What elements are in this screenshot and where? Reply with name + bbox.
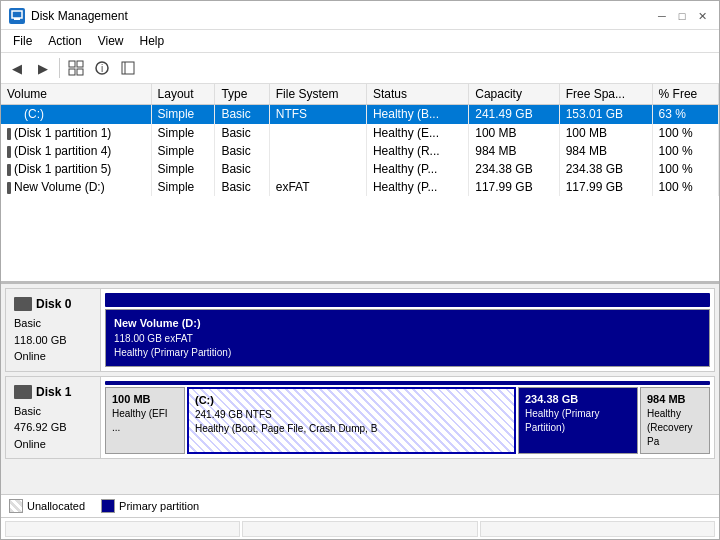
cell-filesystem	[269, 160, 366, 178]
table-row[interactable]: (C:) Simple Basic NTFS Healthy (B... 241…	[1, 105, 719, 124]
part-detail2: Healthy (Boot, Page File, Crash Dump, B	[195, 422, 508, 436]
window-controls: ─ □ ✕	[653, 7, 711, 25]
legend-unallocated-box	[9, 499, 23, 513]
part-name: 234.38 GB	[525, 392, 631, 407]
help-button[interactable]	[116, 56, 140, 80]
menu-help[interactable]: Help	[132, 32, 173, 50]
cell-type: Basic	[215, 160, 269, 178]
cell-status: Healthy (R...	[366, 142, 468, 160]
cell-freespace: 153.01 GB	[559, 105, 652, 124]
part-name: New Volume (D:)	[114, 316, 701, 331]
title-bar: Disk Management ─ □ ✕	[1, 1, 719, 30]
window-title: Disk Management	[31, 9, 647, 23]
part-block-0[interactable]: 100 MBHealthy (EFI ...	[105, 387, 185, 454]
cell-freespace: 984 MB	[559, 142, 652, 160]
disk-partitions-1: 100 MBHealthy (EFI ...(C:)241.49 GB NTFS…	[101, 377, 714, 459]
cell-volume: (Disk 1 partition 5)	[1, 160, 151, 178]
col-layout[interactable]: Layout	[151, 84, 215, 105]
col-percentfree[interactable]: % Free	[652, 84, 718, 105]
cell-layout: Simple	[151, 124, 215, 142]
disk-status: Online	[14, 436, 92, 453]
forward-button[interactable]: ▶	[31, 56, 55, 80]
cell-percentfree: 100 %	[652, 142, 718, 160]
volume-table-container: Volume Layout Type File System Status Ca…	[1, 84, 719, 284]
table-row[interactable]: (Disk 1 partition 1) Simple Basic Health…	[1, 124, 719, 142]
part-detail2: Healthy (Primary Partition)	[114, 346, 701, 360]
show-volume-button[interactable]	[64, 56, 88, 80]
part-detail1: Healthy (EFI ...	[112, 407, 178, 435]
legend-bar: Unallocated Primary partition	[1, 494, 719, 517]
cell-percentfree: 100 %	[652, 160, 718, 178]
col-volume[interactable]: Volume	[1, 84, 151, 105]
svg-rect-1	[14, 18, 20, 20]
col-capacity[interactable]: Capacity	[469, 84, 559, 105]
cell-capacity: 984 MB	[469, 142, 559, 160]
col-filesystem[interactable]: File System	[269, 84, 366, 105]
part-block-0[interactable]: New Volume (D:)118.00 GB exFATHealthy (P…	[105, 309, 710, 366]
close-button[interactable]: ✕	[693, 7, 711, 25]
maximize-button[interactable]: □	[673, 7, 691, 25]
cell-freespace: 117.99 GB	[559, 178, 652, 196]
properties-button[interactable]: i	[90, 56, 114, 80]
menu-file[interactable]: File	[5, 32, 40, 50]
cell-type: Basic	[215, 142, 269, 160]
cell-type: Basic	[215, 105, 269, 124]
disk-partitions-0: New Volume (D:)118.00 GB exFATHealthy (P…	[101, 289, 714, 371]
toolbar-separator-1	[59, 58, 60, 78]
status-panel-2	[242, 521, 477, 537]
part-name: 100 MB	[112, 392, 178, 407]
status-panel-1	[5, 521, 240, 537]
col-freespace[interactable]: Free Spa...	[559, 84, 652, 105]
cell-layout: Simple	[151, 178, 215, 196]
disk-map-wrapper: Disk 0 Basic 118.00 GB Online New Volume…	[1, 284, 719, 494]
svg-rect-8	[122, 62, 134, 74]
cell-type: Basic	[215, 178, 269, 196]
menu-view[interactable]: View	[90, 32, 132, 50]
cell-percentfree: 100 %	[652, 178, 718, 196]
toolbar: ◀ ▶ i	[1, 53, 719, 84]
back-button[interactable]: ◀	[5, 56, 29, 80]
menu-bar: File Action View Help	[1, 30, 719, 53]
cell-percentfree: 63 %	[652, 105, 718, 124]
col-status[interactable]: Status	[366, 84, 468, 105]
part-detail1: Healthy (Recovery Pa	[647, 407, 703, 449]
cell-status: Healthy (E...	[366, 124, 468, 142]
cell-status: Healthy (P...	[366, 160, 468, 178]
col-type[interactable]: Type	[215, 84, 269, 105]
legend-primary-label: Primary partition	[119, 500, 199, 512]
cell-filesystem	[269, 142, 366, 160]
cell-volume: (Disk 1 partition 4)	[1, 142, 151, 160]
cell-layout: Simple	[151, 160, 215, 178]
cell-capacity: 241.49 GB	[469, 105, 559, 124]
cell-status: Healthy (P...	[366, 178, 468, 196]
part-block-1[interactable]: (C:)241.49 GB NTFSHealthy (Boot, Page Fi…	[187, 387, 516, 454]
status-panel-3	[480, 521, 715, 537]
disk-size: 118.00 GB	[14, 332, 92, 349]
svg-rect-5	[77, 69, 83, 75]
svg-rect-3	[77, 61, 83, 67]
cell-type: Basic	[215, 124, 269, 142]
disk-bar	[105, 293, 710, 307]
cell-volume: New Volume (D:)	[1, 178, 151, 196]
menu-action[interactable]: Action	[40, 32, 89, 50]
cell-layout: Simple	[151, 142, 215, 160]
svg-rect-4	[69, 69, 75, 75]
disk-label-1: Disk 1 Basic 476.92 GB Online	[6, 377, 101, 459]
table-row[interactable]: New Volume (D:) Simple Basic exFAT Healt…	[1, 178, 719, 196]
cell-percentfree: 100 %	[652, 124, 718, 142]
disk-id: Disk 0	[14, 295, 92, 313]
part-block-3[interactable]: 984 MBHealthy (Recovery Pa	[640, 387, 710, 454]
part-block-2[interactable]: 234.38 GBHealthy (Primary Partition)	[518, 387, 638, 454]
svg-rect-2	[69, 61, 75, 67]
volume-table: Volume Layout Type File System Status Ca…	[1, 84, 719, 196]
table-row[interactable]: (Disk 1 partition 4) Simple Basic Health…	[1, 142, 719, 160]
part-detail1: 118.00 GB exFAT	[114, 332, 701, 346]
disk-label-0: Disk 0 Basic 118.00 GB Online	[6, 289, 101, 371]
disk-parts: New Volume (D:)118.00 GB exFATHealthy (P…	[105, 309, 710, 366]
minimize-button[interactable]: ─	[653, 7, 671, 25]
disk-bar	[105, 381, 710, 385]
disk-parts: 100 MBHealthy (EFI ...(C:)241.49 GB NTFS…	[105, 387, 710, 454]
cell-filesystem: NTFS	[269, 105, 366, 124]
legend-primary-box	[101, 499, 115, 513]
table-row[interactable]: (Disk 1 partition 5) Simple Basic Health…	[1, 160, 719, 178]
